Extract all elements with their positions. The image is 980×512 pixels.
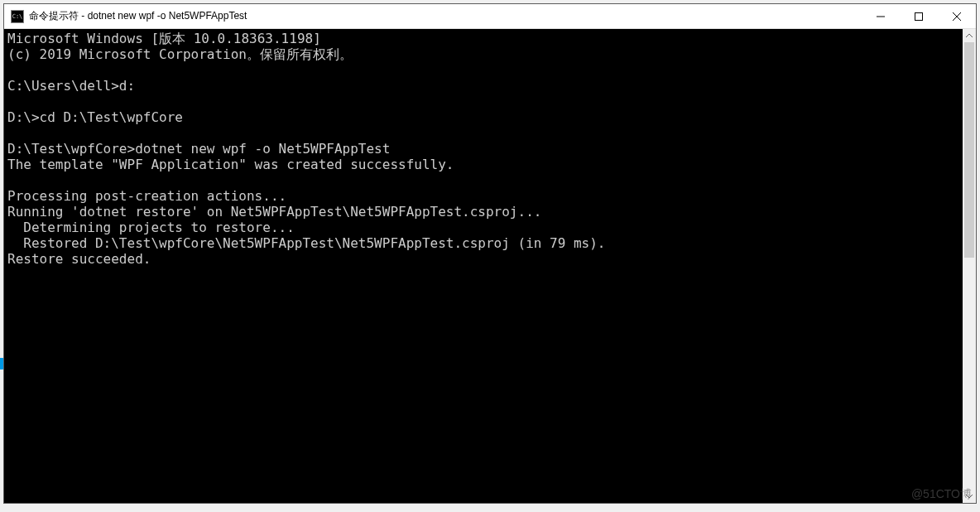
window-controls	[862, 4, 976, 28]
scroll-up-button[interactable]	[963, 29, 976, 42]
terminal-output[interactable]: Microsoft Windows [版本 10.0.18363.1198] (…	[4, 29, 963, 503]
vertical-scrollbar[interactable]	[963, 29, 976, 503]
scrollbar-thumb[interactable]	[964, 42, 974, 258]
svg-rect-1	[915, 12, 923, 20]
close-button[interactable]	[938, 4, 976, 28]
chevron-up-icon	[966, 32, 973, 39]
minimize-button[interactable]	[862, 4, 900, 28]
close-icon	[953, 12, 961, 21]
maximize-icon	[915, 12, 923, 21]
titlebar[interactable]: C:\ 命令提示符 - dotnet new wpf -o Net5WPFApp…	[4, 4, 976, 29]
maximize-button[interactable]	[900, 4, 938, 28]
app-icon: C:\	[11, 10, 24, 23]
terminal-area: Microsoft Windows [版本 10.0.18363.1198] (…	[4, 29, 976, 503]
command-prompt-window: C:\ 命令提示符 - dotnet new wpf -o Net5WPFApp…	[3, 3, 977, 504]
window-title: 命令提示符 - dotnet new wpf -o Net5WPFAppTest	[29, 9, 862, 23]
minimize-icon	[877, 12, 885, 21]
watermark-text: @51CTO博	[911, 487, 972, 502]
